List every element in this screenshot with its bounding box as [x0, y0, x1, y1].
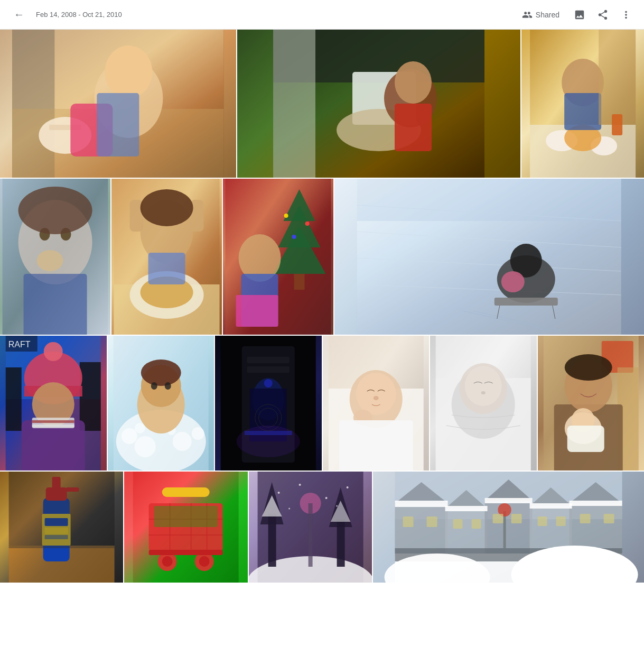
- svg-point-122: [465, 366, 502, 406]
- date-range: Feb 14, 2008 - Oct 21, 2010: [36, 11, 122, 19]
- svg-rect-157: [149, 550, 223, 555]
- photo-p17[interactable]: [373, 472, 644, 583]
- people-icon: [522, 10, 533, 20]
- svg-point-114: [373, 396, 378, 400]
- svg-rect-201: [453, 519, 462, 529]
- svg-rect-72: [6, 367, 22, 431]
- svg-rect-116: [339, 420, 413, 471]
- svg-rect-9: [97, 93, 139, 156]
- svg-point-171: [298, 484, 301, 486]
- svg-point-130: [564, 354, 612, 381]
- svg-rect-80: [32, 420, 74, 423]
- header-left: ← Feb 14, 2008 - Oct 21, 2010: [8, 4, 122, 25]
- svg-rect-25: [599, 30, 636, 125]
- svg-point-172: [325, 497, 327, 499]
- svg-point-155: [162, 556, 173, 567]
- photo-p9[interactable]: [108, 336, 214, 471]
- share-button[interactable]: [593, 5, 612, 24]
- photo-p8[interactable]: RAFT: [0, 336, 107, 471]
- svg-rect-15: [395, 104, 432, 151]
- header: ← Feb 14, 2008 - Oct 21, 2010 Shared: [0, 0, 644, 30]
- photo-p1[interactable]: [0, 30, 236, 178]
- photo-row-2: [0, 179, 644, 335]
- svg-rect-53: [236, 295, 278, 327]
- more-vertical-icon: [620, 9, 632, 21]
- svg-rect-206: [556, 516, 565, 526]
- svg-rect-205: [537, 516, 547, 526]
- svg-point-175: [336, 505, 338, 507]
- header-right: Shared: [516, 5, 636, 24]
- photo-p2[interactable]: [237, 30, 520, 178]
- back-button[interactable]: ←: [8, 4, 30, 25]
- more-options-button[interactable]: [617, 5, 636, 24]
- svg-rect-197: [503, 511, 506, 548]
- photo-row-4: [0, 472, 644, 583]
- svg-rect-203: [492, 514, 503, 523]
- svg-point-95: [141, 359, 181, 386]
- svg-rect-32: [24, 274, 87, 335]
- svg-point-49: [305, 222, 310, 226]
- shared-label: Shared: [536, 11, 559, 19]
- svg-point-173: [346, 486, 348, 488]
- svg-rect-192: [569, 501, 622, 506]
- svg-text:RAFT: RAFT: [8, 340, 31, 349]
- svg-point-5: [105, 45, 152, 98]
- svg-point-113: [356, 373, 396, 415]
- svg-rect-169: [308, 503, 312, 567]
- svg-point-123: [481, 391, 486, 394]
- svg-rect-204: [511, 514, 521, 523]
- photo-p14[interactable]: [0, 472, 123, 583]
- svg-rect-144: [9, 472, 115, 548]
- photo-p6[interactable]: [223, 179, 333, 335]
- svg-rect-133: [567, 426, 604, 452]
- photo-p4[interactable]: [0, 179, 110, 335]
- svg-point-97: [164, 382, 171, 390]
- svg-point-109: [237, 426, 300, 457]
- photo-p5[interactable]: [111, 179, 222, 335]
- photo-p11[interactable]: [323, 336, 430, 471]
- photo-row-3: RAFT: [0, 336, 644, 471]
- share-icon: [597, 9, 609, 21]
- svg-point-88: [134, 436, 155, 457]
- svg-point-156: [199, 556, 210, 567]
- svg-rect-190: [529, 503, 572, 509]
- svg-rect-101: [247, 357, 290, 363]
- svg-point-170: [277, 492, 279, 494]
- photo-p15[interactable]: [124, 472, 247, 583]
- svg-rect-184: [395, 501, 447, 507]
- svg-rect-41: [148, 253, 185, 284]
- svg-rect-152: [162, 487, 210, 497]
- svg-point-90: [191, 427, 204, 440]
- svg-rect-158: [154, 506, 218, 527]
- photo-grid: RAFT: [0, 30, 644, 583]
- shared-button[interactable]: Shared: [516, 6, 566, 23]
- svg-point-16: [395, 61, 432, 104]
- svg-point-50: [292, 235, 296, 239]
- photo-p13[interactable]: [538, 336, 645, 471]
- photo-p12[interactable]: [430, 336, 537, 471]
- photo-p16[interactable]: [249, 472, 372, 583]
- svg-point-42: [141, 189, 193, 226]
- svg-point-174: [288, 508, 290, 510]
- photo-row-1: [0, 30, 644, 178]
- svg-rect-202: [471, 519, 481, 529]
- photo-p10[interactable]: [215, 336, 322, 471]
- svg-rect-207: [580, 514, 590, 523]
- photo-p7[interactable]: [334, 179, 644, 335]
- svg-rect-17: [273, 30, 315, 178]
- photo-p3[interactable]: [521, 30, 644, 178]
- photo-view-button[interactable]: [570, 5, 589, 24]
- svg-point-96: [151, 382, 157, 390]
- svg-rect-47: [294, 274, 305, 290]
- svg-rect-208: [603, 514, 614, 523]
- svg-rect-81: [32, 425, 74, 427]
- svg-point-91: [134, 423, 145, 433]
- svg-rect-186: [445, 506, 487, 511]
- svg-rect-200: [426, 516, 437, 527]
- svg-rect-65: [494, 298, 558, 306]
- svg-rect-73: [80, 362, 101, 431]
- svg-rect-68: [357, 179, 621, 221]
- svg-point-33: [18, 187, 92, 234]
- svg-rect-102: [247, 366, 290, 373]
- svg-point-64: [501, 271, 525, 292]
